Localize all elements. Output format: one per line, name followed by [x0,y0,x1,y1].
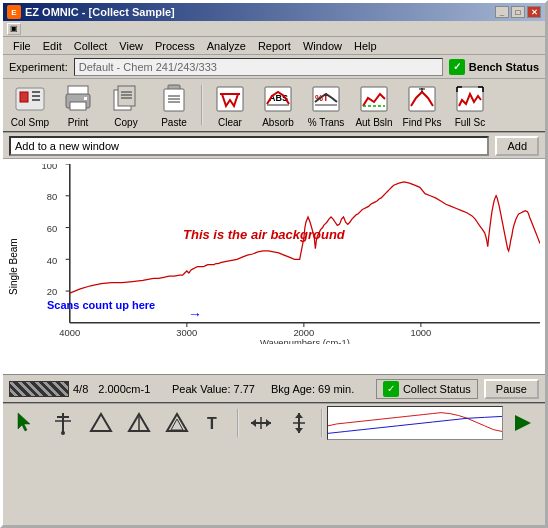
chart-plot: 20 40 60 80 100 4000 3000 2000 1000 Wave… [23,159,545,374]
aut-bsln-button[interactable]: Aut Bsln [351,81,397,129]
pointer-icon [13,411,37,435]
find-pks-button[interactable]: Find Pks [399,81,445,129]
chart-svg: 20 40 60 80 100 4000 3000 2000 1000 Wave… [28,164,540,344]
svg-text:1000: 1000 [410,326,431,337]
full-sc-button[interactable]: Full Sc [447,81,493,129]
tool-btn-next[interactable] [505,406,541,440]
maximize-button[interactable]: □ [511,6,525,18]
experiment-bar: Experiment: ✓ Bench Status [3,55,545,79]
triangle1-icon [89,411,113,435]
absorb-label: Absorb [262,117,294,128]
restore-btn[interactable]: ▣ [7,23,21,35]
peak-value: 7.77 [234,383,255,395]
menu-collect[interactable]: Collect [68,37,114,54]
tool-btn-2[interactable] [45,406,81,440]
copy-icon [110,83,142,115]
svg-text:4000: 4000 [59,326,80,337]
menu-analyze[interactable]: Analyze [201,37,252,54]
air-background-annotation: This is the air background [183,227,345,242]
svg-text:Wavenumbers (cm-1): Wavenumbers (cm-1) [260,337,350,344]
bench-status-label: Bench Status [469,61,539,73]
tool-btn-v-scroll[interactable] [281,406,317,440]
status-values: Peak Value: 7.77 Bkg Age: 69 min. [160,383,366,395]
close-button[interactable]: ✕ [527,6,541,18]
add-button[interactable]: Add [495,136,539,156]
menu-file[interactable]: File [7,37,37,54]
menu-window[interactable]: Window [297,37,348,54]
svg-rect-76 [328,407,502,439]
collect-status-icon: ✓ [383,381,399,397]
bench-status-icon: ✓ [449,59,465,75]
col-smp-label: Col Smp [11,117,49,128]
tool-btn-5[interactable] [159,406,195,440]
window-dropdown[interactable]: Add to a new window [9,136,489,156]
svg-marker-70 [266,419,271,427]
y-axis-label: Single Beam [3,159,23,374]
scans-annotation: Scans count up here [47,299,155,311]
pause-button[interactable]: Pause [484,379,539,399]
main-window: E EZ OMNIC - [Collect Sample] _ □ ✕ ▣ Fi… [0,0,548,528]
svg-marker-77 [515,415,531,431]
tool-btn-text[interactable]: T [197,406,233,440]
print-label: Print [68,117,89,128]
experiment-dropdown[interactable] [74,58,443,76]
print-button[interactable]: Print [55,81,101,129]
aut-bsln-icon [358,83,390,115]
next-icon [511,411,535,435]
mini-chart-preview [327,406,503,440]
absorb-icon: ABS [262,83,294,115]
window-bar: Add to a new window Add [3,133,545,159]
svg-rect-8 [84,97,87,100]
tool-btn-h-scroll[interactable] [243,406,279,440]
peak-label: Peak Value: 7.77 [172,383,255,395]
antenna-icon [51,411,75,435]
full-sc-label: Full Sc [455,117,486,128]
svg-marker-74 [295,428,303,433]
svg-rect-7 [70,102,86,110]
collect-status-label: Collect Status [403,383,471,395]
col-smp-icon [14,83,46,115]
minimize-button[interactable]: _ [495,6,509,18]
menu-edit[interactable]: Edit [37,37,68,54]
copy-button[interactable]: Copy [103,81,149,129]
svg-text:2000: 2000 [293,326,314,337]
svg-text:40: 40 [47,254,57,265]
svg-rect-10 [118,86,135,106]
copy-label: Copy [114,117,137,128]
menu-report[interactable]: Report [252,37,297,54]
clear-label: Clear [218,117,242,128]
svg-rect-15 [164,89,184,111]
find-pks-label: Find Pks [403,117,442,128]
svg-text:20: 20 [47,286,57,297]
svg-point-61 [61,431,65,435]
app-icon: E [7,5,21,19]
tool-btn-4[interactable] [121,406,157,440]
absorb-button[interactable]: ABS Absorb [255,81,301,129]
svg-text:T: T [207,415,217,432]
svg-text:3000: 3000 [176,326,197,337]
scan-fraction: 4/8 [73,383,88,395]
menu-process[interactable]: Process [149,37,201,54]
svg-marker-65 [167,414,187,431]
svg-marker-62 [91,414,111,431]
menu-view[interactable]: View [113,37,149,54]
tool-btn-3[interactable] [83,406,119,440]
text-icon: T [203,411,227,435]
bkg-value: 69 min. [318,383,354,395]
menu-bar: File Edit Collect View Process Analyze R… [3,37,545,55]
clear-icon [214,83,246,115]
pct-trans-button[interactable]: %T % Trans [303,81,349,129]
scans-arrow: → [188,306,202,322]
bkg-label: Bkg Age: 69 min. [271,383,354,395]
svg-rect-1 [20,92,28,102]
hatch-progress [9,381,69,397]
find-pks-icon [406,83,438,115]
svg-text:60: 60 [47,223,57,234]
menu-help[interactable]: Help [348,37,383,54]
paste-button[interactable]: Paste [151,81,197,129]
clear-button[interactable]: Clear [207,81,253,129]
experiment-label: Experiment: [9,61,68,73]
tool-btn-1[interactable] [7,406,43,440]
col-smp-button[interactable]: Col Smp [7,81,53,129]
wavenumber-value: 2.000cm-1 [98,383,150,395]
